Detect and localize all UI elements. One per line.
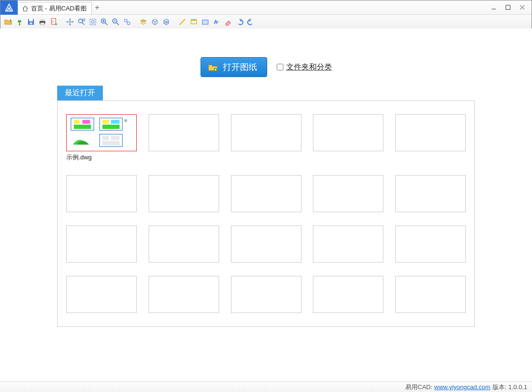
recent-slot[interactable]: 图 示例.dwg <box>66 114 137 162</box>
footer-version: 1.0.0.1 <box>508 383 527 391</box>
recent-slot <box>313 225 383 263</box>
zoom-extents-icon[interactable] <box>77 17 86 27</box>
save-icon[interactable] <box>26 17 36 27</box>
recent-slot <box>395 225 466 263</box>
svg-point-10 <box>79 19 82 23</box>
svg-rect-11 <box>83 19 85 21</box>
svg-rect-0 <box>506 5 510 10</box>
3d-wire-icon[interactable] <box>161 17 171 27</box>
svg-rect-32 <box>102 136 109 140</box>
measure-line-icon[interactable] <box>178 17 187 27</box>
maximize-button[interactable] <box>501 2 514 13</box>
home-icon <box>22 5 29 12</box>
undo-icon[interactable] <box>235 17 244 27</box>
window-controls <box>487 0 532 14</box>
empty-slot <box>313 225 383 263</box>
footer-brand: 易用CAD: <box>405 383 432 392</box>
print-icon[interactable] <box>38 17 47 27</box>
footer-version-label: 版本: <box>492 383 507 392</box>
recent-slot <box>231 175 301 212</box>
measure-area-icon[interactable] <box>201 17 210 27</box>
empty-slot <box>149 114 219 151</box>
export-pdf-icon[interactable]: P <box>49 17 59 27</box>
recent-slot <box>149 276 219 313</box>
toolbar: P Aa <box>0 15 532 29</box>
empty-slot <box>395 175 466 212</box>
main-area: 打开图纸 文件夹和分类 最近打开 图 示例.dwg <box>0 29 532 382</box>
svg-rect-19 <box>202 20 208 24</box>
recent-filename: 示例.dwg <box>66 153 137 162</box>
tab-home[interactable]: 首页 - 易用CAD看图 <box>18 2 92 14</box>
empty-slot <box>231 175 301 212</box>
recent-panel: 图 示例.dwg <box>57 100 475 327</box>
svg-point-1 <box>19 24 20 25</box>
svg-rect-30 <box>102 125 120 129</box>
measure-rect-icon[interactable] <box>189 17 199 27</box>
recent-thumbnail[interactable]: 图 <box>66 114 137 151</box>
redo-icon[interactable] <box>246 17 256 27</box>
empty-slot <box>149 175 219 212</box>
zoom-in-icon[interactable] <box>100 17 109 27</box>
empty-slot <box>395 114 466 151</box>
empty-slot <box>313 114 383 151</box>
empty-slot <box>66 175 137 212</box>
folder-category-label: 文件夹和分类 <box>286 62 332 72</box>
zoom-realtime-icon[interactable] <box>122 17 132 27</box>
tab-title: 首页 - 易用CAD看图 <box>31 4 87 13</box>
svg-rect-25 <box>82 120 90 124</box>
recent-slot <box>231 114 301 162</box>
svg-rect-7 <box>40 23 44 25</box>
recent-slot <box>395 276 466 313</box>
empty-slot <box>66 225 137 263</box>
folder-category-checkbox[interactable] <box>277 64 283 70</box>
svg-rect-34 <box>102 141 120 145</box>
open-drawing-label: 打开图纸 <box>223 61 257 73</box>
recent-slot <box>66 276 137 313</box>
recent-slot <box>395 114 466 162</box>
recent-slot <box>149 175 219 212</box>
svg-rect-4 <box>30 22 32 24</box>
title-bar: 首页 - 易用CAD看图 + <box>0 0 532 15</box>
recent-slot <box>313 276 383 313</box>
empty-slot <box>231 276 301 313</box>
footer-link[interactable]: www.yiyongcad.com <box>434 383 491 391</box>
recent-slot <box>66 175 137 212</box>
svg-text:图: 图 <box>124 119 127 122</box>
3d-box-icon[interactable] <box>150 17 160 27</box>
svg-text:a: a <box>217 20 219 23</box>
svg-rect-3 <box>29 19 33 21</box>
svg-rect-28 <box>102 120 109 124</box>
zoom-out-icon[interactable] <box>111 17 120 27</box>
recent-slot <box>313 114 383 162</box>
minimize-button[interactable] <box>487 2 500 13</box>
pan-icon[interactable] <box>65 17 75 27</box>
open-folder-icon[interactable] <box>3 17 13 27</box>
new-tab-button[interactable]: + <box>92 0 102 14</box>
svg-rect-12 <box>90 19 96 25</box>
recent-slot <box>395 175 466 212</box>
text-annot-icon[interactable]: Aa <box>212 17 221 27</box>
recent-slot <box>66 225 137 263</box>
zoom-window-icon[interactable] <box>88 17 98 27</box>
empty-slot <box>149 276 219 313</box>
empty-slot <box>231 225 301 263</box>
empty-slot <box>395 276 466 313</box>
app-logo <box>0 0 18 15</box>
recent-slot <box>313 175 383 212</box>
empty-slot <box>66 276 137 313</box>
svg-rect-6 <box>40 19 44 21</box>
svg-point-13 <box>91 20 94 23</box>
empty-slot <box>149 225 219 263</box>
folder-category-toggle[interactable]: 文件夹和分类 <box>277 62 332 72</box>
recent-slot <box>231 276 301 313</box>
eraser-icon[interactable] <box>223 17 233 27</box>
svg-rect-18 <box>191 20 197 24</box>
layer-icon[interactable] <box>139 17 148 27</box>
open-drawing-button[interactable]: 打开图纸 <box>201 57 267 77</box>
close-button[interactable] <box>515 2 529 13</box>
palm-icon[interactable] <box>15 17 24 27</box>
empty-slot <box>395 225 466 263</box>
recent-slot <box>231 225 301 263</box>
empty-slot <box>313 175 383 212</box>
open-folder-icon <box>208 62 218 72</box>
